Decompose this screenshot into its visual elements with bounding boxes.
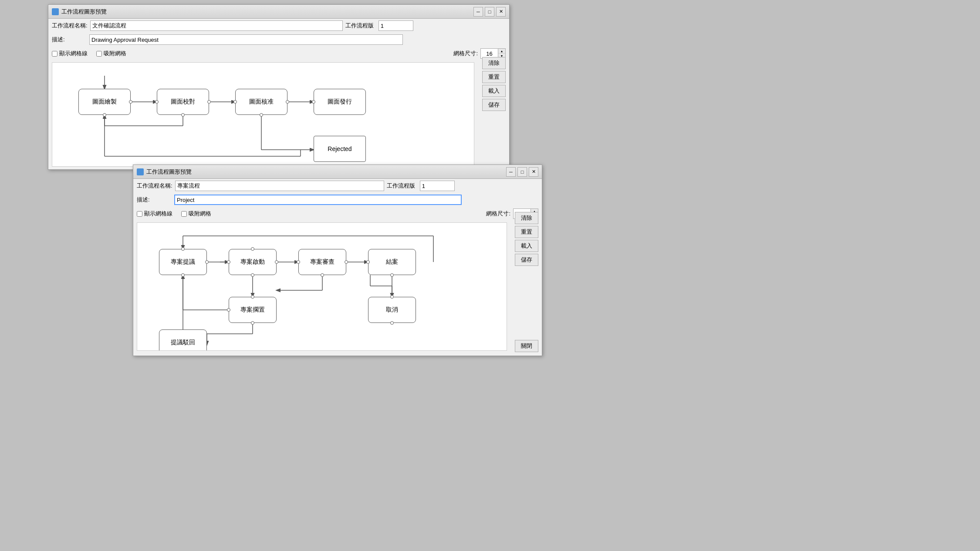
conn2-n4-bottom	[390, 273, 394, 277]
window1-grid-size-label: 網格尺寸:	[453, 50, 478, 57]
window2-version-label: 工作流程版	[387, 182, 417, 190]
window2-name-label: 工作流程名稱:	[137, 182, 172, 190]
conn-n1-right	[129, 100, 132, 104]
conn-n2-left	[155, 100, 159, 104]
window2-desc-input[interactable]	[174, 195, 462, 205]
window2-node-reject[interactable]: 提議駁回	[159, 329, 207, 351]
conn2-n2-top	[251, 247, 254, 251]
window2-canvas: 專案提議 專案啟動 專案審查 結案 專案擱置 取消 提議駁回	[137, 222, 507, 351]
window2-show-grid-label: 顯示網格線	[144, 210, 172, 218]
window2-show-grid-item: 顯示網格線	[137, 210, 172, 218]
window2-node-suspend[interactable]: 專案擱置	[229, 297, 277, 323]
window2-load-btn[interactable]: 載入	[515, 240, 538, 252]
window1-clear-btn[interactable]: 清除	[482, 57, 506, 69]
window1-title-text: 工作流程圖形預覽	[61, 8, 107, 16]
window1-version-input[interactable]	[378, 20, 413, 31]
window2-titlebar: 工作流程圖形預覽 ─ □ ✕	[133, 165, 542, 179]
window2-node-propose[interactable]: 專案提議	[159, 249, 207, 275]
window1-title: 工作流程圖形預覽	[52, 8, 107, 16]
window2-snap-grid-item: 吸附網格	[181, 210, 211, 218]
window2-node-start[interactable]: 專案啟動	[229, 249, 277, 275]
window2-checkbox-row: 顯示網格線 吸附網格 網格尺寸: ▲ ▼	[133, 207, 542, 221]
window1-canvas: 圖面繪製 圖面校對 圖面核准 圖面發行 Rejected	[52, 62, 474, 167]
window1-node-draw[interactable]: 圖面繪製	[78, 89, 131, 115]
conn2-n1-top	[181, 247, 185, 251]
window2-maximize[interactable]: □	[517, 167, 527, 177]
window1-save-btn[interactable]: 儲存	[482, 99, 506, 111]
window2-desc-label: 描述:	[137, 196, 172, 204]
conn2-n5-top	[251, 295, 254, 299]
window2-name-row: 工作流程名稱: 工作流程版	[133, 179, 542, 193]
window1-maximize[interactable]: □	[485, 7, 494, 17]
window1-checkbox-row: 顯示網格線 吸附網格 網格尺寸: ▲ ▼	[48, 47, 509, 60]
workflow-icon	[52, 8, 59, 15]
window1-node-check[interactable]: 圖面校對	[157, 89, 209, 115]
window1-side-buttons: 清除 重置 載入 儲存	[482, 57, 506, 111]
window2-node-close[interactable]: 結案	[368, 249, 416, 275]
conn2-n2-left	[227, 260, 230, 264]
window2-clear-btn[interactable]: 清除	[515, 212, 538, 224]
conn2-n1-right	[205, 260, 209, 264]
conn2-n5-left	[227, 308, 230, 312]
conn2-n2-right	[275, 260, 278, 264]
window2-reset-btn[interactable]: 重置	[515, 226, 538, 238]
conn-n2-bottom	[181, 113, 185, 117]
window2-minimize[interactable]: ─	[506, 167, 516, 177]
conn-n3-right	[286, 100, 289, 104]
window1-controls: ─ □ ✕	[473, 7, 506, 17]
window1-titlebar: 工作流程圖形預覽 ─ □ ✕	[48, 5, 509, 19]
window1-name-input[interactable]	[90, 20, 343, 31]
window2-side-buttons: 清除 重置 載入 儲存	[515, 212, 538, 266]
window1-close[interactable]: ✕	[496, 7, 506, 17]
window1-minimize[interactable]: ─	[473, 7, 483, 17]
conn-n4-left	[312, 100, 315, 104]
window2-snap-grid-label: 吸附網格	[189, 210, 211, 218]
conn2-n3-right	[345, 260, 348, 264]
window1-spinner-up[interactable]: ▲	[498, 49, 505, 54]
window2-node-cancel[interactable]: 取消	[368, 297, 416, 323]
window1-desc-label: 描述:	[52, 36, 87, 44]
window2-controls: ─ □ ✕	[506, 167, 538, 177]
window1-show-grid-checkbox[interactable]	[52, 51, 57, 57]
window2-node-review[interactable]: 專案審查	[298, 249, 346, 275]
window1-snap-grid-item: 吸附網格	[96, 50, 126, 57]
window2-close-bottom-btn[interactable]: 關閉	[515, 340, 538, 352]
conn2-n1-bottom	[181, 273, 185, 277]
window1-snap-grid-label: 吸附網格	[104, 50, 126, 57]
window2-grid-size-label: 網格尺寸:	[486, 210, 510, 218]
conn-n3-left	[233, 100, 237, 104]
conn2-n3-left	[297, 260, 300, 264]
window1: 工作流程圖形預覽 ─ □ ✕ 工作流程名稱: 工作流程版 描述: 顯示網格線 吸…	[48, 4, 510, 170]
window2-title-text: 工作流程圖形預覽	[146, 168, 192, 176]
window1-node-issue[interactable]: 圖面發行	[314, 89, 366, 115]
window2-show-grid-checkbox[interactable]	[137, 211, 142, 217]
window1-show-grid-label: 顯示網格線	[59, 50, 88, 57]
window2-desc-row: 描述:	[133, 193, 542, 207]
window2-save-btn[interactable]: 儲存	[515, 254, 538, 266]
window2-close[interactable]: ✕	[529, 167, 538, 177]
window1-version-label: 工作流程版	[345, 22, 376, 30]
window1-show-grid-item: 顯示網格線	[52, 50, 88, 57]
window1-name-row: 工作流程名稱: 工作流程版	[48, 19, 509, 33]
workflow-icon2	[137, 168, 144, 175]
window1-desc-row: 描述:	[48, 33, 509, 47]
conn-n3-bottom	[260, 113, 263, 117]
window1-desc-input[interactable]	[89, 34, 403, 45]
conn2-n3-bottom	[321, 273, 324, 277]
window2-version-input[interactable]	[420, 181, 455, 191]
window2-snap-grid-checkbox[interactable]	[181, 211, 187, 217]
window1-reset-btn[interactable]: 重置	[482, 71, 506, 83]
window1-node-approve[interactable]: 圖面核准	[235, 89, 287, 115]
conn2-n4-left	[366, 260, 370, 264]
conn-n2-right	[207, 100, 211, 104]
conn-n1-bottom	[103, 113, 106, 117]
window1-load-btn[interactable]: 載入	[482, 85, 506, 97]
window1-snap-grid-checkbox[interactable]	[96, 51, 102, 57]
window2-title: 工作流程圖形預覽	[137, 168, 192, 176]
window1-node-rejected[interactable]: Rejected	[314, 136, 366, 162]
window2: 工作流程圖形預覽 ─ □ ✕ 工作流程名稱: 工作流程版 描述: 顯示網格線 吸…	[133, 165, 542, 356]
conn2-n2-bottom	[251, 273, 254, 277]
conn2-n6-top	[390, 295, 394, 299]
window1-name-label: 工作流程名稱:	[52, 22, 88, 30]
window2-name-input[interactable]	[175, 181, 384, 191]
